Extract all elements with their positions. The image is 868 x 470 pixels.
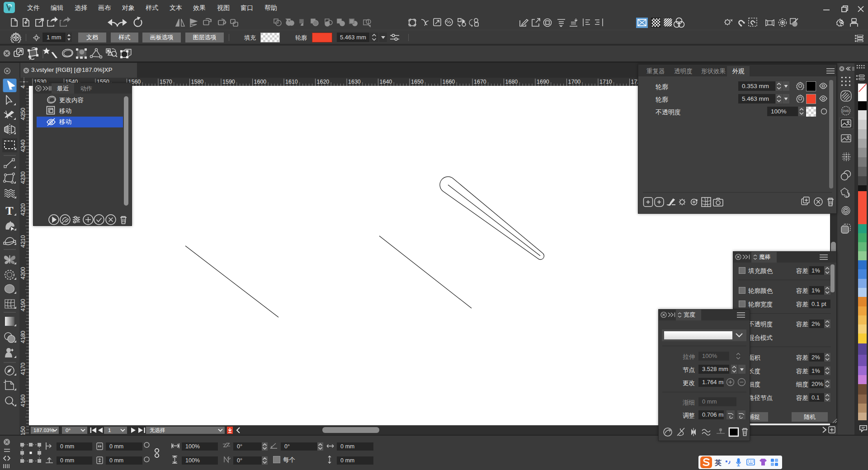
svg-text:DVD: DVD <box>843 109 849 113</box>
svg-text:4220: 4220 <box>20 203 26 216</box>
svg-text:4170: 4170 <box>20 362 26 375</box>
svg-text:T: T <box>5 204 13 217</box>
svg-text:4210: 4210 <box>20 235 26 248</box>
svg-text:4240: 4240 <box>20 140 26 152</box>
svg-text:4250: 4250 <box>20 108 26 120</box>
svg-text:4230: 4230 <box>20 171 26 184</box>
svg-text:4150: 4150 <box>20 426 26 435</box>
svg-text:4160: 4160 <box>20 395 26 407</box>
svg-text:4190: 4190 <box>20 299 26 311</box>
svg-text:4200: 4200 <box>20 267 26 280</box>
svg-text:英: 英 <box>714 459 722 466</box>
svg-text:4180: 4180 <box>20 331 26 343</box>
svg-text:4260: 4260 <box>20 86 26 89</box>
